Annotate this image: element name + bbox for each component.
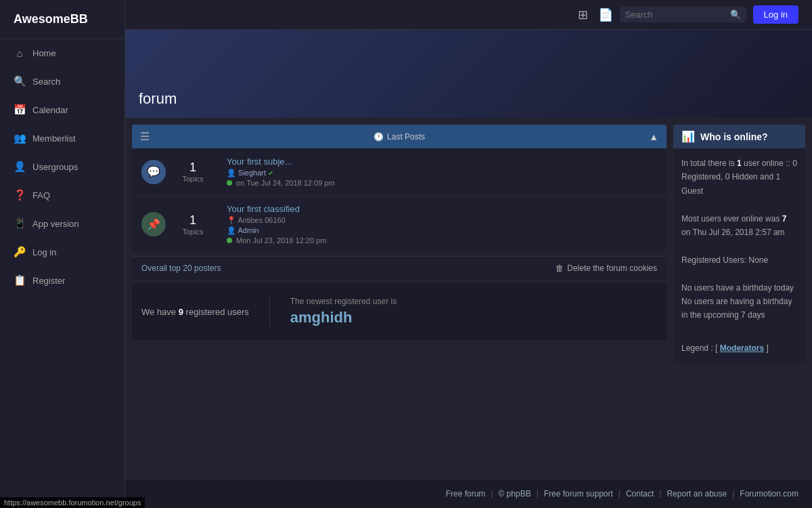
grid-icon[interactable]: ⊞ xyxy=(578,7,588,22)
main-content: ⊞ 📄 🔍 Log in forum ☰ 🕐 Last Posts xyxy=(125,0,812,508)
app-version-icon: 📱 xyxy=(14,217,26,230)
stats-bar: We have 9 registered users The newest re… xyxy=(132,283,667,340)
forum-title: forum xyxy=(139,90,177,108)
sidebar-item-faq[interactable]: ❓FAQ xyxy=(0,181,125,209)
footer-support[interactable]: Free forum support xyxy=(544,489,613,499)
sidebar-item-register[interactable]: 📋Register xyxy=(0,266,125,295)
search-wrap: 🔍 xyxy=(620,7,746,22)
list-icon[interactable]: ☰ xyxy=(140,130,150,143)
sidebar-item-label: Register xyxy=(32,276,65,286)
collapse-button[interactable]: ▲ xyxy=(649,131,658,142)
sidebar-item-calendar[interactable]: 📅Calendar xyxy=(0,96,125,124)
sidebar-item-label: Search xyxy=(32,77,60,87)
forum-row: 💬 1 Topics Your first subje... 👤 Sieghar… xyxy=(132,148,667,196)
topics-count: 1 Topics xyxy=(173,213,213,236)
login-button[interactable]: Log in xyxy=(753,5,798,24)
footer-row: Overall top 20 posters 🗑 Delete the foru… xyxy=(132,256,667,280)
birthday-upcoming: No users are having a birthday in the up… xyxy=(681,295,797,322)
banner: forum xyxy=(125,30,812,118)
online-box-body: In total there is 1 user online :: 0 Reg… xyxy=(673,148,805,363)
forum-main: ☰ 🕐 Last Posts ▲ 💬 1 Topics xyxy=(132,125,667,472)
verified-icon: ✔ xyxy=(268,169,273,177)
sidebar-item-label: Memberlist xyxy=(32,133,76,144)
online-title: Who is online? xyxy=(700,131,768,142)
newest-username[interactable]: amghidh xyxy=(290,309,397,326)
sidebar-item-app-version[interactable]: 📱App version xyxy=(0,209,125,238)
sidebar-item-label: FAQ xyxy=(32,190,50,200)
sidebar-item-memberlist[interactable]: 👥Memberlist xyxy=(0,124,125,152)
search-icon: 🔍 xyxy=(14,75,26,87)
delete-icon: 🗑 xyxy=(556,263,564,273)
brand-logo: AwesomeBB xyxy=(0,0,125,39)
last-post-user: 👤 Admin xyxy=(227,226,657,235)
last-post-date: on Tue Jul 24, 2018 12:09 pm xyxy=(227,179,657,187)
last-post-title[interactable]: Your first subje... xyxy=(227,156,657,167)
sidebar: AwesomeBB ⌂Home🔍Search📅Calendar👥Memberli… xyxy=(0,0,125,508)
online-total: In total there is 1 user online :: 0 Reg… xyxy=(681,156,797,198)
calendar-icon: 📅 xyxy=(14,104,26,116)
sidebar-item-home[interactable]: ⌂Home xyxy=(0,39,125,67)
clock-icon: 🕐 xyxy=(374,132,384,142)
faq-icon: ❓ xyxy=(14,189,26,201)
forum-icon-chat: 💬 xyxy=(141,160,166,184)
last-post-title[interactable]: Your first classified xyxy=(227,204,657,214)
overall-top-link[interactable]: Overall top 20 posters xyxy=(141,263,221,273)
footer-phpbb[interactable]: © phpBB xyxy=(498,489,531,499)
footer-free-forum[interactable]: Free forum xyxy=(446,489,486,499)
page-footer: Free forum | © phpBB | Free forum suppor… xyxy=(125,479,812,508)
nav-menu: ⌂Home🔍Search📅Calendar👥Memberlist👤Usergro… xyxy=(0,39,125,295)
footer-contact[interactable]: Contact xyxy=(626,489,654,499)
online-box: 📊 Who is online? In total there is 1 use… xyxy=(673,125,805,363)
search-icon: 🔍 xyxy=(730,9,741,20)
legend: Legend : [ Moderators ] xyxy=(681,341,797,355)
sidebar-item-label: Calendar xyxy=(32,105,68,115)
forum-table: ☰ 🕐 Last Posts ▲ 💬 1 Topics xyxy=(132,125,667,253)
last-post-info: Your first subje... 👤 Sieghart ✔ on Tue … xyxy=(220,156,657,187)
sidebar-item-label: App version xyxy=(32,219,79,229)
header-icons: ☰ xyxy=(140,130,150,143)
last-post-meta: 📍 Antibes 06160 👤 Admin Mon Jul 23, 2018… xyxy=(227,216,657,245)
forum-row: 📌 1 Topics Your first classified 📍 Antib… xyxy=(132,196,667,253)
footer-forumotion[interactable]: Forumotion.com xyxy=(740,489,798,499)
registered-count: We have 9 registered users xyxy=(141,307,249,317)
forum-table-header: ☰ 🕐 Last Posts ▲ xyxy=(132,125,667,148)
forum-icon-classified: 📌 xyxy=(141,212,166,236)
location-icon: 📍 xyxy=(227,216,236,224)
online-icon: 📊 xyxy=(681,130,695,143)
sidebar-item-search[interactable]: 🔍Search xyxy=(0,67,125,96)
last-post-info: Your first classified 📍 Antibes 06160 👤 … xyxy=(220,204,657,245)
last-posts-label: 🕐 Last Posts xyxy=(374,132,425,142)
online-box-header: 📊 Who is online? xyxy=(673,125,805,148)
sidebar-item-label: Home xyxy=(32,48,56,58)
user-icon: 👤 xyxy=(227,169,236,177)
topbar-icons: ⊞ 📄 xyxy=(578,7,613,22)
url-hint: https://awesomebb.forumotion.net/groups xyxy=(0,497,145,508)
moderators-link[interactable]: Moderators xyxy=(720,343,764,353)
topics-count: 1 Topics xyxy=(173,161,213,183)
footer-report[interactable]: Report an abuse xyxy=(667,489,727,499)
sidebar-right: 📊 Who is online? In total there is 1 use… xyxy=(673,125,805,472)
home-icon: ⌂ xyxy=(14,47,26,59)
last-post-date: Mon Jul 23, 2018 12:20 pm xyxy=(227,236,657,245)
delete-cookies-button[interactable]: 🗑 Delete the forum cookies xyxy=(556,263,657,273)
memberlist-icon: 👥 xyxy=(14,132,26,144)
last-post-meta: 👤 Sieghart ✔ on Tue Jul 24, 2018 12:09 p… xyxy=(227,169,657,187)
sidebar-item-label: Usergroups xyxy=(32,162,78,172)
last-post-location: 📍 Antibes 06160 xyxy=(227,216,657,225)
usergroups-icon: 👤 xyxy=(14,161,26,173)
last-post-user: 👤 Sieghart ✔ xyxy=(227,169,657,177)
log-in-icon: 🔑 xyxy=(14,246,26,258)
registered-users-label: Registered Users: None xyxy=(681,253,797,267)
birthday-today: No users have a birthday today xyxy=(681,281,797,295)
most-ever: Most users ever online was 7 on Thu Jul … xyxy=(681,212,797,240)
user-icon2: 👤 xyxy=(227,226,236,234)
sidebar-item-usergroups[interactable]: 👤Usergroups xyxy=(0,152,125,181)
content-wrap: ☰ 🕐 Last Posts ▲ 💬 1 Topics xyxy=(125,118,812,479)
register-icon: 📋 xyxy=(14,274,26,287)
sidebar-item-label: Log in xyxy=(32,247,56,257)
newest-user-block: The newest registered user is amghidh xyxy=(269,297,397,326)
sidebar-item-log-in[interactable]: 🔑Log in xyxy=(0,238,125,266)
topbar: ⊞ 📄 🔍 Log in xyxy=(125,0,812,30)
document-icon[interactable]: 📄 xyxy=(598,7,613,22)
search-input[interactable] xyxy=(625,9,727,20)
